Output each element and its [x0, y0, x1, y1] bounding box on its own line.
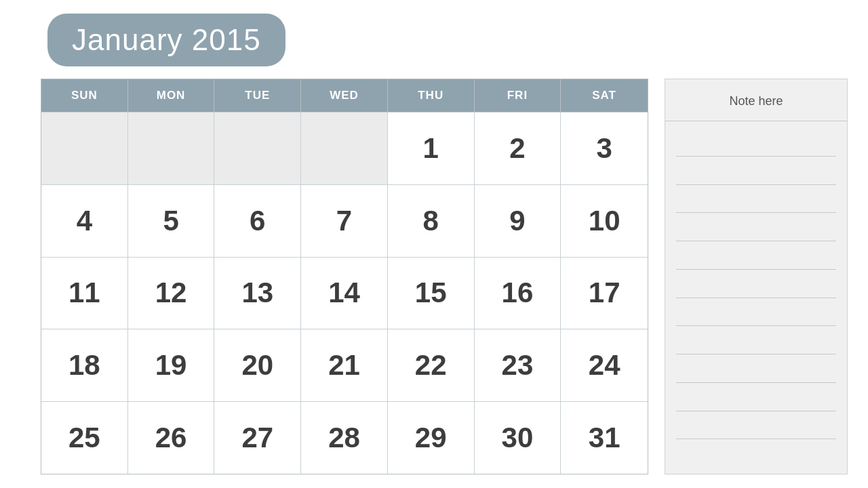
day-empty: [128, 113, 215, 184]
month-title-wrapper: January 2015: [47, 14, 848, 66]
day-16[interactable]: 16: [475, 258, 561, 329]
day-23[interactable]: 23: [475, 329, 561, 401]
note-line-11[interactable]: [676, 411, 836, 440]
day-header-mon: MON: [128, 79, 215, 112]
day-header-sat: SAT: [561, 79, 648, 112]
day-3[interactable]: 3: [561, 113, 648, 184]
note-line-2[interactable]: [676, 157, 836, 185]
day-header-wed: WED: [301, 79, 388, 112]
day-21[interactable]: 21: [301, 329, 388, 401]
day-28[interactable]: 28: [301, 402, 388, 474]
note-line-5[interactable]: [676, 241, 836, 270]
day-25[interactable]: 25: [41, 402, 128, 474]
calendar-week-5: 25 26 27 28 29 30 31: [41, 401, 648, 474]
day-empty: [214, 113, 301, 184]
day-14[interactable]: 14: [301, 258, 388, 329]
day-8[interactable]: 8: [388, 185, 475, 257]
day-31[interactable]: 31: [561, 402, 648, 474]
day-20[interactable]: 20: [214, 329, 301, 401]
day-9[interactable]: 9: [475, 185, 561, 257]
main-row: SUN MON TUE WED THU FRI SAT 1 2 3: [41, 79, 848, 474]
day-header-fri: FRI: [475, 79, 561, 112]
calendar-header: SUN MON TUE WED THU FRI SAT: [41, 79, 648, 112]
day-17[interactable]: 17: [561, 258, 648, 329]
note-line-1[interactable]: [676, 128, 836, 157]
day-5[interactable]: 5: [128, 185, 215, 257]
calendar-week-2: 4 5 6 7 8 9 10: [41, 184, 648, 257]
day-header-sun: SUN: [41, 79, 128, 112]
calendar-body: 1 2 3 4 5 6 7 8 9 10 11 12: [41, 112, 648, 474]
note-line-4[interactable]: [676, 213, 836, 241]
calendar-week-3: 11 12 13 14 15 16 17: [41, 257, 648, 329]
day-2[interactable]: 2: [475, 113, 561, 184]
day-7[interactable]: 7: [301, 185, 388, 257]
note-line-8[interactable]: [676, 326, 836, 354]
day-11[interactable]: 11: [41, 258, 128, 329]
note-line-6[interactable]: [676, 270, 836, 298]
notes-lines: [665, 121, 847, 474]
notes-header: Note here: [665, 79, 847, 121]
notes-panel: Note here: [665, 79, 848, 474]
day-30[interactable]: 30: [475, 402, 561, 474]
note-line-3[interactable]: [676, 185, 836, 214]
day-13[interactable]: 13: [214, 258, 301, 329]
day-18[interactable]: 18: [41, 329, 128, 401]
day-header-thu: THU: [388, 79, 475, 112]
day-10[interactable]: 10: [561, 185, 648, 257]
day-12[interactable]: 12: [128, 258, 215, 329]
note-line-9[interactable]: [676, 354, 836, 383]
month-title-pill: January 2015: [47, 14, 285, 66]
day-24[interactable]: 24: [561, 329, 648, 401]
calendar-week-4: 18 19 20 21 22 23 24: [41, 329, 648, 401]
day-empty: [301, 113, 388, 184]
day-29[interactable]: 29: [388, 402, 475, 474]
day-26[interactable]: 26: [128, 402, 215, 474]
page-container: January 2015 SUN MON TUE WED THU FRI SAT: [0, 0, 868, 488]
day-15[interactable]: 15: [388, 258, 475, 329]
day-1[interactable]: 1: [388, 113, 475, 184]
calendar-week-1: 1 2 3: [41, 112, 648, 184]
day-4[interactable]: 4: [41, 185, 128, 257]
day-6[interactable]: 6: [214, 185, 301, 257]
day-empty: [41, 113, 128, 184]
day-19[interactable]: 19: [128, 329, 215, 401]
day-header-tue: TUE: [214, 79, 301, 112]
note-line-10[interactable]: [676, 383, 836, 411]
note-line-7[interactable]: [676, 298, 836, 327]
calendar: SUN MON TUE WED THU FRI SAT 1 2 3: [41, 79, 648, 474]
day-27[interactable]: 27: [214, 402, 301, 474]
note-line-12[interactable]: [676, 439, 836, 467]
day-22[interactable]: 22: [388, 329, 475, 401]
month-title: January 2015: [72, 23, 261, 56]
